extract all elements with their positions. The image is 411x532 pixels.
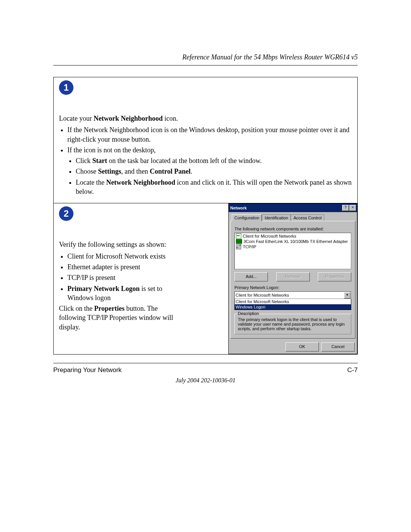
tab-strip: Configuration Identification Access Cont… — [232, 214, 355, 221]
tab-identification[interactable]: Identification — [262, 214, 291, 221]
protocol-icon — [236, 244, 241, 249]
components-listbox[interactable]: Client for Microsoft Networks 3Com Fast … — [234, 233, 351, 269]
logon-dropdown-list[interactable]: Client for Microsoft Networks Windows Lo… — [234, 299, 351, 310]
step2-p1: Verify the following settings as shown: — [59, 240, 177, 249]
step2-li1: Client for Microsoft Network exists — [67, 252, 177, 261]
footer-page-number: C-7 — [347, 366, 358, 374]
tab-configuration[interactable]: Configuration — [232, 214, 262, 221]
dialog-title: Network — [230, 206, 247, 210]
help-button[interactable]: ? — [342, 205, 349, 211]
chevron-down-icon[interactable]: ▼ — [344, 292, 350, 299]
content-box: 1 Locate your Network Neighborhood icon.… — [53, 77, 358, 355]
footer-section: Preparing Your Network — [53, 366, 122, 374]
remove-button[interactable]: Remove — [276, 272, 310, 281]
adapter-icon — [236, 239, 242, 244]
page: Reference Manual for the 54 Mbps Wireles… — [0, 0, 411, 384]
list-item[interactable]: 3Com Fast EtherLink XL 10/100Mb TX Ether… — [235, 239, 350, 244]
step-2-badge: 2 — [59, 206, 73, 221]
dropdown-option-selected[interactable]: Windows Logon — [235, 304, 351, 310]
step1-bullet-2: If the icon is not on the desktop, Click… — [67, 145, 352, 196]
step2-li3: TCP/IP is present — [67, 273, 177, 282]
logon-label: Primary Network Logon: — [234, 285, 351, 290]
step-1-badge: 1 — [59, 80, 73, 95]
tab-panel: The following network components are ins… — [230, 221, 355, 339]
header-title: Reference Manual for the 54 Mbps Wireles… — [53, 53, 358, 61]
installed-label: The following network components are ins… — [234, 227, 351, 231]
dropdown-option[interactable]: Client for Microsoft Networks — [235, 299, 351, 304]
ok-button[interactable]: OK — [285, 342, 319, 351]
close-button[interactable]: × — [349, 205, 356, 211]
step1-sub-b: Choose Settings, and then Control Panel. — [76, 167, 352, 176]
description-groupbox: Description The primary network logon is… — [234, 314, 351, 334]
step2-li4: Primary Network Logon is set to Windows … — [67, 284, 177, 303]
step1-bullet-1: If the Network Neighborhood icon is on t… — [67, 125, 352, 144]
tab-access-control[interactable]: Access Control — [291, 214, 324, 221]
cancel-button[interactable]: Cancel — [321, 342, 355, 351]
description-legend: Description — [237, 311, 260, 316]
step2-p2: Click on the Properties button. The foll… — [59, 304, 177, 332]
logon-dropdown[interactable]: Client for Microsoft Networks ▼ — [234, 291, 351, 299]
footer-date: July 2004 202-10036-01 — [53, 377, 358, 384]
step-2: 2 Verify the following settings as shown… — [54, 203, 357, 354]
network-dialog: Network ? × Configuration Identification… — [228, 203, 357, 354]
list-item[interactable]: Client for Microsoft Networks — [235, 233, 350, 239]
properties-button[interactable]: Properties — [318, 272, 351, 281]
list-item[interactable]: TCP/IP — [235, 244, 350, 249]
description-text: The primary network logon is the client … — [238, 317, 348, 331]
step1-sub-c: Locate the Network Neighborhood icon and… — [76, 178, 352, 197]
step1-sub-a: Click Start on the task bar located at t… — [76, 156, 352, 165]
add-button[interactable]: Add... — [234, 272, 268, 281]
step1-intro: Locate your Network Neighborhood icon. — [59, 114, 352, 123]
client-icon — [236, 233, 241, 239]
page-footer: Preparing Your Network C-7 July 2004 202… — [53, 363, 358, 384]
step-1: 1 Locate your Network Neighborhood icon.… — [54, 77, 357, 203]
header-rule — [53, 65, 358, 66]
step2-li2: Ethernet adapter is present — [67, 262, 177, 272]
dialog-titlebar[interactable]: Network ? × — [229, 204, 357, 212]
